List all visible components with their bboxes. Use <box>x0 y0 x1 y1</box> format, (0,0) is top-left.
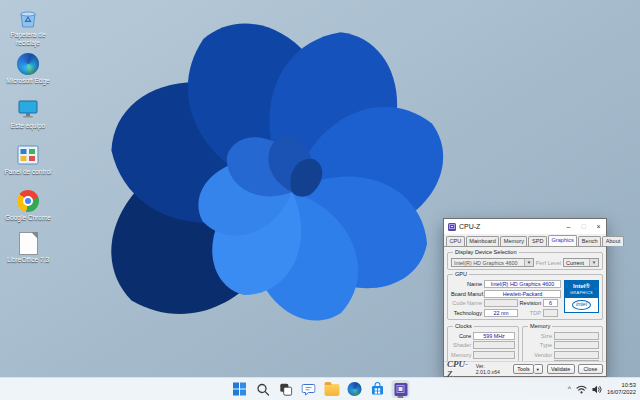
group-label: Display Device Selection <box>453 249 519 256</box>
chat-icon <box>302 383 316 396</box>
tray-date: 16/07/2022 <box>607 389 636 396</box>
clocks-shader-label: Shader <box>451 341 473 349</box>
task-view-button[interactable] <box>277 380 295 398</box>
folder-icon <box>324 384 339 396</box>
gpu-board-label: Board Manuf. <box>451 290 484 298</box>
cpuz-window: CPU-Z – □ × CPU Mainboard Memory SPD Gra… <box>443 218 607 377</box>
desktop-icon-recycle-bin[interactable]: Papelera de reciclaje <box>2 6 54 46</box>
display-device-selection-group: Display Device Selection Intel(R) HD Gra… <box>447 252 603 270</box>
gpu-revision-value: 6 <box>543 299 558 307</box>
gpu-group: GPU Name Intel(R) HD Graphics 4600 Board… <box>447 274 603 320</box>
cpuz-logo: CPU-Z <box>447 359 473 379</box>
desktop-icon-label: Este equipo <box>2 122 54 130</box>
clocks-shader-value <box>473 341 515 349</box>
tab-about[interactable]: About <box>602 236 624 246</box>
desktop-icon-this-pc[interactable]: Este equipo <box>2 97 54 130</box>
group-label: Clocks <box>453 323 474 330</box>
window-title: CPU-Z <box>459 223 561 230</box>
memory-size-value <box>554 332 599 340</box>
chat-button[interactable] <box>300 380 318 398</box>
gpu-technology-label: Technology <box>451 309 484 317</box>
tray-time: 10:53 <box>607 382 636 389</box>
validate-button[interactable]: Validate <box>547 364 575 374</box>
minimize-button[interactable]: – <box>561 219 576 234</box>
perf-level-dropdown[interactable]: Current ▼ <box>563 258 599 267</box>
clocks-memory-label: Memory <box>451 351 473 359</box>
desktop-icon-label: Papelera de reciclaje <box>2 31 54 46</box>
memory-vendor-value <box>554 351 599 359</box>
wifi-icon[interactable] <box>576 380 587 398</box>
desktop-icon-control-panel[interactable]: Panel de control <box>2 143 54 176</box>
chevron-down-icon: ▼ <box>524 259 533 266</box>
tab-mainboard[interactable]: Mainboard <box>466 236 499 246</box>
cpuz-taskbar-button[interactable] <box>392 380 410 398</box>
intel-graphics-badge: Intel® GRAPHICS intel <box>564 280 599 313</box>
search-button[interactable] <box>254 380 272 398</box>
taskbar: ^ 10:53 16/07/2022 <box>0 377 640 400</box>
perf-level-label: Perf Level <box>534 259 563 267</box>
volume-icon[interactable] <box>592 380 602 398</box>
cpuz-app-icon <box>394 383 407 396</box>
desktop-icon-chrome[interactable]: Google Chrome <box>2 189 54 222</box>
computer-icon <box>16 97 40 121</box>
tray-chevron-icon[interactable]: ^ <box>568 385 571 393</box>
gpu-name-value: Intel(R) HD Graphics 4600 <box>484 280 561 288</box>
close-button[interactable]: Close <box>578 364 603 374</box>
memory-type-value <box>554 341 599 349</box>
file-explorer-button[interactable] <box>323 380 341 398</box>
tab-cpu[interactable]: CPU <box>446 236 465 246</box>
clocks-core-label: Core <box>451 332 473 340</box>
gpu-board-value: Hewlett-Packard <box>484 290 561 298</box>
memory-size-label: Size <box>526 332 554 340</box>
display-device-value: Intel(R) HD Graphics 4600 <box>454 260 518 266</box>
task-view-icon <box>279 383 292 396</box>
version-text: Ver. 2.01.0.x64 <box>476 363 510 375</box>
edge-button[interactable] <box>346 380 364 398</box>
control-panel-icon <box>16 143 40 167</box>
display-device-dropdown[interactable]: Intel(R) HD Graphics 4600 ▼ <box>451 258 534 267</box>
gpu-revision-label: Revision <box>518 299 543 307</box>
chevron-down-icon: ▼ <box>589 259 598 266</box>
store-icon <box>371 382 385 396</box>
search-icon <box>256 383 269 396</box>
tools-button[interactable]: Tools <box>513 364 533 374</box>
gpu-codename-value <box>484 299 518 307</box>
edge-icon <box>348 382 362 396</box>
maximize-button: □ <box>576 219 591 234</box>
document-icon <box>16 231 40 255</box>
desktop-icon-libreoffice[interactable]: LibreOffice 7.3 <box>2 231 54 264</box>
intel-brand-text: Intel® <box>565 283 598 290</box>
clock[interactable]: 10:53 16/07/2022 <box>607 382 636 396</box>
desktop-icon-edge[interactable]: Microsoft Edge <box>2 52 54 85</box>
gpu-technology-value: 22 nm <box>484 309 518 317</box>
cpuz-titlebar[interactable]: CPU-Z – □ × <box>444 219 606 234</box>
desktop-icon-label: Microsoft Edge <box>2 77 54 85</box>
intel-logo: intel <box>572 300 591 310</box>
gpu-tdp-label: TDP <box>518 309 543 317</box>
desktop-icon-label: Google Chrome <box>2 214 54 222</box>
gpu-name-label: Name <box>451 280 484 288</box>
recycle-bin-icon <box>16 6 40 30</box>
group-label: GPU <box>453 271 469 278</box>
cpuz-footer: CPU-Z Ver. 2.01.0.x64 Tools ▼ Validate C… <box>444 361 606 376</box>
perf-level-value: Current <box>566 260 584 266</box>
close-icon[interactable]: × <box>591 219 606 234</box>
tab-graphics[interactable]: Graphics <box>548 235 577 246</box>
tools-dropdown-button[interactable]: ▼ <box>534 364 543 374</box>
tab-bench[interactable]: Bench <box>578 236 601 246</box>
clocks-memory-value <box>473 351 515 359</box>
store-button[interactable] <box>369 380 387 398</box>
desktop-icon-label: Panel de control <box>2 168 54 176</box>
chrome-icon <box>16 189 40 213</box>
tab-memory[interactable]: Memory <box>500 236 527 246</box>
cpuz-app-icon <box>448 223 456 231</box>
desktop-icon-label: LibreOffice 7.3 <box>2 256 54 264</box>
windows-logo-icon <box>233 382 247 396</box>
edge-icon <box>16 52 40 76</box>
start-button[interactable] <box>231 380 249 398</box>
memory-type-label: Type <box>526 341 554 349</box>
group-label: Memory <box>528 323 552 330</box>
desktop: Papelera de reciclaje Microsoft Edge Est… <box>0 0 640 400</box>
intel-product-text: GRAPHICS <box>565 290 598 297</box>
tab-spd[interactable]: SPD <box>528 236 547 246</box>
